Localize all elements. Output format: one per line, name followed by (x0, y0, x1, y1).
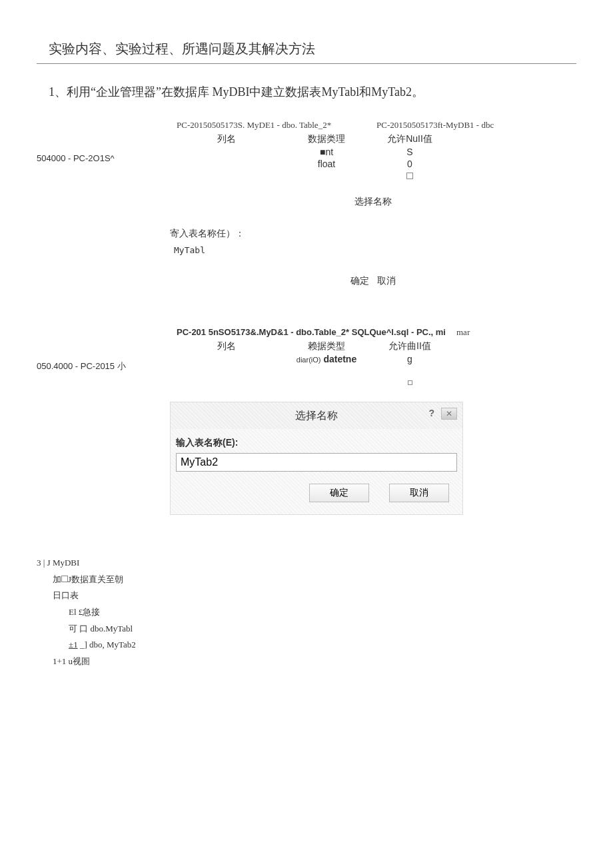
close-icon[interactable]: ✕ (441, 408, 457, 420)
th-colname-2: 列名 (177, 340, 277, 352)
cell-type-1a: ■nt (277, 147, 376, 157)
name-dialog-1: 选择名称 寄入表名称任）： MyTabl 确定 取消 (170, 196, 576, 287)
table-row: float 0 (177, 159, 576, 169)
dialog-titlebar-2: 选择名称 ? ✕ (171, 402, 462, 429)
dialog-label-1: 寄入表名称任）： (170, 228, 576, 240)
table-row (177, 171, 576, 181)
th-allownull-1: 允许NuII值 (376, 133, 443, 145)
th-colname-1: 列名 (177, 133, 277, 145)
cell-null-2a: g (376, 354, 443, 364)
cell-type-2a1: diar(iO) (297, 356, 321, 364)
tab-paths-1: PC-20150505173S. MyDE1 - dbo. Table_2* P… (177, 120, 576, 131)
tree-node-diagram: 加J数据直关至朝 (37, 572, 576, 588)
cancel-button-1-text[interactable]: 取消 (377, 275, 396, 286)
cell-null-1a: S (376, 147, 443, 157)
table-row (177, 376, 576, 387)
section-heading: 实验内容、实验过程、所遇问题及其解决方法 (37, 40, 576, 64)
ok-button-1-text[interactable]: 确定 (350, 275, 369, 286)
tree-n6b: _] dbo, MyTab2 (78, 640, 136, 650)
table-name-input[interactable] (176, 453, 457, 472)
connection-label-1: 504000 - PC-2O1S^ (37, 120, 170, 163)
th-allownull-2: 允许曲II值 (376, 340, 443, 352)
help-icon[interactable]: ? (426, 408, 437, 420)
ok-button[interactable]: 确定 (309, 484, 369, 502)
table-row: diar(iO) datetne g (177, 354, 576, 364)
dialog-label-2: 输入表名称(E): (176, 437, 238, 448)
tab-paths-2: PC-201 5nSO5173&.MyD&1 - dbo.Table_2* SQ… (177, 327, 576, 338)
th-datatype-2: 赖据类型 (277, 340, 376, 352)
tree-node-systables: El £急接 (37, 604, 576, 621)
checkbox-icon (408, 380, 412, 385)
cell-type-2a2: datetne (323, 354, 356, 364)
tree-node-views: 1+1 u视圄 (37, 653, 576, 670)
object-tree: 3 | J MyDBI 加J数据直关至朝 日口表 El £急接 可 口 dbo.… (37, 555, 576, 670)
tree-n2a: 加 (53, 574, 61, 584)
tree-n6a: ±1 (69, 640, 78, 650)
tab-path-1a: PC-20150505173S. MyDE1 - dbo. Table_2* (177, 120, 376, 131)
table-row: ■nt S (177, 147, 576, 157)
cancel-button[interactable]: 取消 (389, 484, 449, 502)
tree-node-db: 3 | J MyDBI (37, 555, 576, 572)
tree-node-tables: 日口表 (37, 588, 576, 604)
step-1-content: 1、利用“企业管理器”在数据库 MyDBI中建立数据表MyTabl和MyTab2… (49, 85, 424, 99)
checkbox-icon (406, 173, 413, 179)
cell-null-1b: 0 (376, 159, 443, 169)
step-1-text: 1、利用“企业管理器”在数据库 MyDBI中建立数据表MyTabl和MyTab2… (37, 84, 576, 100)
tree-node-mytabl: 可 口 dbo.MyTabl (37, 621, 576, 638)
dialog-value-1: MyTabl (174, 245, 576, 255)
table-header-1: 列名 数据类理 允许NuII值 (177, 133, 576, 145)
cell-type-1b: float (277, 159, 376, 169)
tree-node-mytab2: ±1 _] dbo, MyTab2 (37, 637, 576, 653)
th-datatype-1: 数据类理 (277, 133, 376, 145)
tab-path-2b: mar (456, 327, 496, 338)
tab-path-1b: PC-20150505173ft-MyDB1 - dbc (376, 120, 576, 131)
tree-n2b: J数据直关至朝 (68, 574, 123, 584)
table-header-2: 列名 赖据类型 允许曲II值 (177, 340, 576, 352)
dialog-title-2: 选择名称 (295, 409, 338, 423)
tab-path-2a: PC-201 5nSO5173&.MyD&1 - dbo.Table_2* SQ… (177, 327, 456, 338)
section-mytab1: 504000 - PC-2O1S^ PC-20150505173S. MyDE1… (37, 120, 576, 287)
checkbox-icon (61, 576, 68, 582)
dialog-title-1: 选择名称 (170, 196, 576, 208)
connection-label-2: 050.4000 - PC-2015 小 (37, 327, 170, 372)
section-mytab2: 050.4000 - PC-2015 小 PC-201 5nSO5173&.My… (37, 327, 576, 515)
name-dialog-2: 选择名称 ? ✕ 输入表名称(E): 确定 取消 (170, 402, 463, 515)
